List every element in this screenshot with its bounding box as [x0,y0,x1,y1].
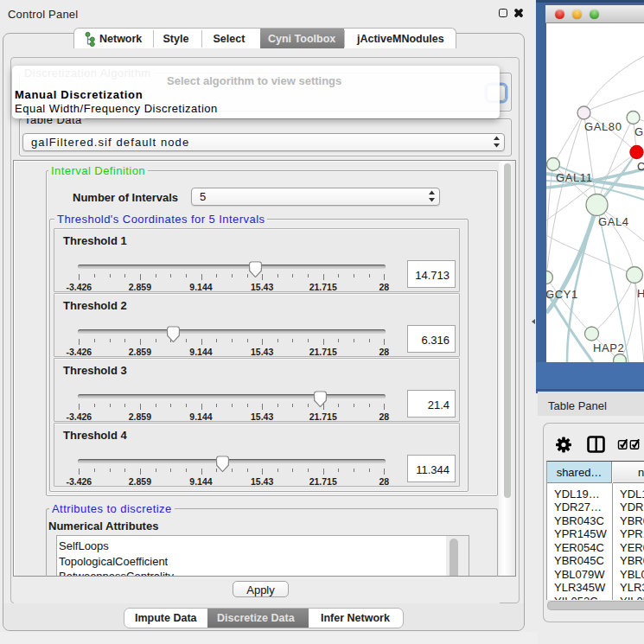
svg-text:GA: GA [634,125,644,138]
svg-text:GAL80: GAL80 [584,120,622,133]
svg-text:HAP2: HAP2 [593,341,624,354]
svg-text:GAL4: GAL4 [598,215,629,228]
svg-text:GAL11: GAL11 [556,171,593,184]
svg-text:C: C [637,160,644,173]
svg-text:GCY1: GCY1 [546,288,578,301]
svg-text:H: H [637,287,644,300]
